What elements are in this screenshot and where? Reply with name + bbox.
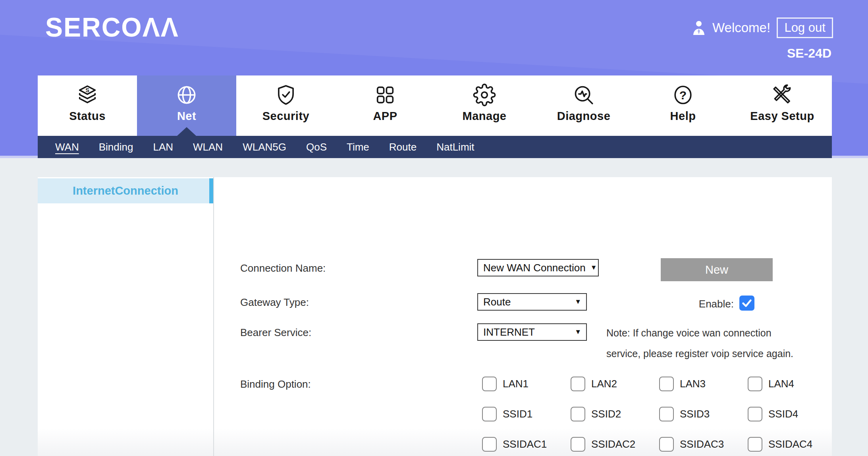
tab-security[interactable]: Security — [236, 75, 336, 136]
connection-name-select[interactable]: New WAN Connection ▼ — [477, 259, 599, 276]
welcome-text: Welcome! — [712, 20, 770, 35]
subnav-item-time[interactable]: Time — [347, 141, 369, 153]
checkbox-lan4[interactable] — [748, 377, 762, 391]
binding-item-ssidac1: SSIDAC1 — [482, 437, 547, 452]
binding-item-ssidac3: SSIDAC3 — [659, 437, 724, 452]
checkbox-ssid1[interactable] — [482, 407, 497, 421]
checkbox-ssidac4[interactable] — [748, 437, 762, 452]
security-icon — [274, 83, 297, 106]
checkbox-ssidac2[interactable] — [571, 437, 585, 452]
sidebar-item-internet-connection[interactable]: InternetConnection — [38, 178, 213, 203]
checkbox-label: SSIDAC3 — [680, 438, 724, 450]
tab-label: Easy Setup — [733, 110, 832, 123]
connection-name-label: Connection Name: — [240, 262, 326, 274]
checkbox-label: SSID4 — [768, 408, 798, 420]
router-admin-page: SERCOΛΛ Welcome! Log out SE-24D SStatusN… — [0, 0, 868, 456]
checkbox-label: LAN1 — [503, 378, 529, 390]
user-area: Welcome! Log out — [691, 17, 833, 38]
checkbox-label: LAN3 — [680, 378, 706, 390]
device-model: SE-24D — [635, 46, 831, 61]
tab-label: Security — [236, 110, 336, 123]
subnav-item-wlan5g[interactable]: WLAN5G — [243, 141, 286, 153]
tab-label: Manage — [435, 110, 534, 123]
subnav-item-wlan[interactable]: WLAN — [193, 141, 223, 153]
bearer-service-select[interactable]: INTERNET ▼ — [477, 323, 587, 341]
checkbox-ssid2[interactable] — [571, 407, 585, 421]
tab-easy-setup[interactable]: Easy Setup — [733, 75, 832, 136]
voip-note-line2: service, please register voip service ag… — [606, 348, 793, 359]
manage-icon — [473, 83, 496, 106]
subnav-item-route[interactable]: Route — [389, 141, 417, 153]
diagnose-icon — [572, 83, 595, 106]
easy-setup-icon — [771, 83, 794, 106]
user-icon — [691, 19, 707, 37]
checkbox-label: SSIDAC1 — [503, 438, 547, 450]
binding-item-ssid1: SSID1 — [482, 407, 532, 421]
tab-label: Net — [137, 110, 236, 123]
gateway-type-label: Gateway Type: — [240, 296, 309, 309]
binding-item-ssidac4: SSIDAC4 — [748, 437, 812, 452]
chevron-down-icon: ▼ — [575, 328, 581, 336]
subnav-item-binding[interactable]: Binding — [99, 141, 133, 153]
bearer-service-label: Bearer Service: — [240, 327, 311, 339]
subnav-item-lan[interactable]: LAN — [153, 141, 173, 153]
checkbox-label: SSID3 — [680, 408, 710, 420]
connection-name-value: New WAN Connection — [483, 262, 586, 274]
primary-nav: SStatusNetSecurityAPPManageDiagnose?Help… — [38, 75, 832, 136]
checkbox-label: SSID2 — [591, 408, 621, 420]
binding-option-label: Binding Option: — [240, 378, 311, 390]
binding-item-ssid3: SSID3 — [659, 407, 710, 421]
checkbox-lan3[interactable] — [659, 377, 674, 391]
tab-manage[interactable]: Manage — [435, 75, 534, 136]
checkbox-label: SSID1 — [503, 408, 532, 420]
sidebar-item-label: InternetConnection — [73, 184, 178, 197]
gateway-type-value: Route — [483, 296, 511, 308]
binding-item-ssidac2: SSIDAC2 — [571, 437, 635, 452]
checkbox-label: SSIDAC4 — [768, 438, 812, 450]
help-icon: ? — [671, 83, 694, 106]
gateway-type-select[interactable]: Route ▼ — [477, 293, 587, 311]
checkbox-ssid4[interactable] — [748, 407, 762, 421]
net-icon — [175, 83, 198, 106]
checkbox-label: LAN2 — [591, 378, 617, 390]
subnav-item-qos[interactable]: QoS — [306, 141, 327, 153]
sidebar-active-stripe — [209, 178, 213, 203]
binding-item-lan2: LAN2 — [571, 377, 617, 391]
chevron-down-icon: ▼ — [590, 264, 597, 272]
voip-note-line1: Note: If change voice wan connection — [606, 327, 772, 339]
subnav-item-natlimit[interactable]: NatLimit — [436, 141, 474, 153]
binding-item-lan1: LAN1 — [482, 377, 529, 391]
tab-label: Diagnose — [534, 110, 633, 123]
checkbox-label: SSIDAC2 — [591, 438, 635, 450]
svg-text:S: S — [85, 87, 89, 93]
binding-item-ssid4: SSID4 — [748, 407, 798, 421]
new-button[interactable]: New — [661, 258, 773, 281]
tab-label: APP — [336, 110, 435, 123]
tab-app[interactable]: APP — [336, 75, 435, 136]
checkbox-lan1[interactable] — [482, 377, 497, 391]
subnav-item-wan[interactable]: WAN — [55, 141, 79, 153]
tab-help[interactable]: ?Help — [633, 75, 733, 136]
sub-nav: WANBindingLANWLANWLAN5GQoSTimeRouteNatLi… — [38, 136, 832, 158]
tab-net[interactable]: Net — [137, 75, 236, 136]
enable-label: Enable: — [689, 298, 734, 310]
sidebar-divider — [213, 177, 214, 456]
content-card — [38, 177, 832, 456]
checkbox-ssid3[interactable] — [659, 407, 674, 421]
tab-label: Status — [38, 110, 137, 123]
binding-item-ssid2: SSID2 — [571, 407, 621, 421]
svg-text:?: ? — [679, 89, 687, 102]
logout-button[interactable]: Log out — [777, 17, 833, 38]
active-tab-caret — [177, 127, 196, 136]
enable-checkbox[interactable] — [739, 296, 754, 311]
sercomm-logo: SERCOΛΛ — [45, 11, 179, 43]
tab-diagnose[interactable]: Diagnose — [534, 75, 633, 136]
app-icon — [374, 83, 397, 106]
binding-item-lan4: LAN4 — [748, 377, 794, 391]
checkbox-ssidac3[interactable] — [659, 437, 674, 452]
status-icon: S — [76, 83, 99, 106]
checkbox-lan2[interactable] — [571, 377, 585, 391]
tab-status[interactable]: SStatus — [38, 75, 137, 136]
tab-label: Help — [633, 110, 733, 123]
checkbox-ssidac1[interactable] — [482, 437, 497, 452]
